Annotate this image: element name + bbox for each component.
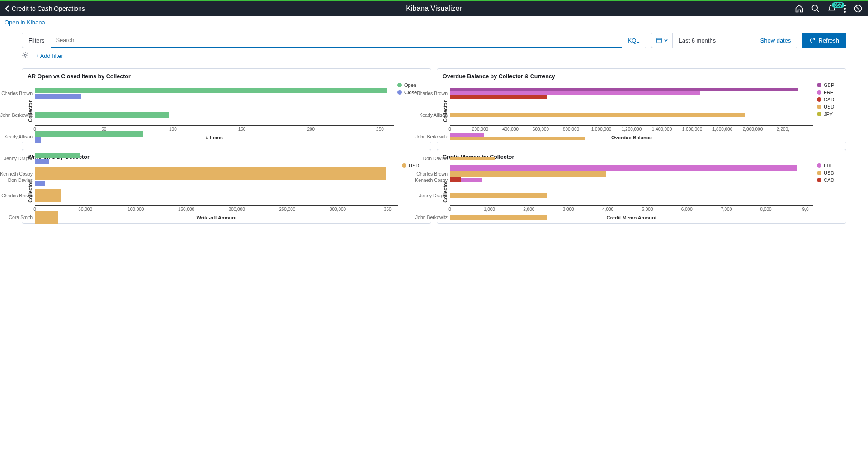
x-tick: 1,000 [484, 207, 495, 212]
legend-item[interactable]: Open [397, 82, 425, 88]
legend-item[interactable]: CAD [817, 97, 840, 102]
x-tick: 1,600,000 [682, 127, 703, 132]
block-icon[interactable] [854, 4, 863, 13]
chart-bar[interactable] [450, 95, 547, 99]
back-button[interactable]: Credit to Cash Operations [5, 5, 85, 12]
legend-swatch [402, 163, 406, 168]
svg-rect-5 [656, 38, 661, 43]
add-filter-row: + Add filter [0, 52, 868, 65]
x-tick: 2,000 [523, 207, 534, 212]
legend-swatch [817, 105, 821, 109]
x-tick: 2,200, [777, 127, 789, 132]
x-tick: 50 [101, 127, 106, 132]
legend-item[interactable]: CAD [817, 177, 840, 183]
subheader: Open in Kibana [0, 16, 868, 29]
x-tick: 1,200,000 [622, 127, 642, 132]
search-icon[interactable] [811, 4, 820, 13]
chart-bar[interactable] [35, 233, 40, 233]
chart-bar[interactable] [450, 157, 495, 160]
chart-bar[interactable] [450, 113, 745, 117]
category-label: Don Davies [423, 156, 450, 161]
category-label: Charles Brown [416, 171, 450, 177]
x-tick: 3,000 [563, 207, 574, 212]
legend-item[interactable]: USD [402, 163, 425, 168]
x-tick: 100,000 [127, 207, 144, 212]
chart-bar[interactable] [450, 177, 461, 182]
x-tick: 200,000 [229, 207, 245, 212]
panel-ar-title: AR Open vs Closed Items by Collector [28, 73, 425, 80]
svg-point-0 [812, 5, 818, 11]
chart-bar[interactable] [450, 215, 547, 220]
panel-overdue: Overdue Balance by Collector & Currency … [437, 68, 846, 143]
panel-ar-xaxis: 050100150200250 [35, 127, 394, 134]
x-tick: 2,000,000 [743, 127, 763, 132]
filters-label: Filters [22, 33, 51, 48]
search-input[interactable] [51, 33, 621, 48]
chart-bar[interactable] [450, 91, 700, 95]
chart-bar[interactable] [35, 112, 169, 118]
chart-bar[interactable] [450, 193, 547, 198]
legend-item[interactable]: FRF [817, 90, 840, 95]
chart-bar[interactable] [35, 189, 61, 202]
x-tick: 250,000 [279, 207, 295, 212]
legend-swatch [817, 90, 821, 95]
chart-bar[interactable] [450, 171, 606, 177]
legend-swatch [817, 163, 821, 168]
kql-toggle[interactable]: KQL [622, 33, 646, 48]
refresh-label: Refresh [818, 37, 839, 44]
chart-bar[interactable] [35, 137, 41, 143]
category-label: Charles Brown [1, 91, 35, 96]
more-icon[interactable] [844, 4, 846, 13]
x-tick: 150,000 [178, 207, 194, 212]
app-header: Credit to Cash Operations Kibana Visuali… [0, 0, 868, 16]
notifications-badge: 357 [832, 2, 844, 8]
calendar-button[interactable] [651, 33, 673, 48]
legend-swatch [817, 83, 821, 87]
category-label: John Berkowitz [0, 112, 35, 118]
chart-bar[interactable] [450, 88, 798, 91]
show-dates-link[interactable]: Show dates [754, 37, 797, 44]
notifications-icon[interactable]: 357 [827, 4, 836, 13]
legend-item[interactable]: FRF [817, 163, 840, 168]
x-tick: 1,000,000 [591, 127, 612, 132]
chart-bar[interactable] [35, 153, 80, 158]
legend-swatch [817, 112, 821, 116]
filter-settings-button[interactable] [22, 52, 29, 60]
x-tick: 50,000 [78, 207, 92, 212]
home-icon[interactable] [795, 4, 804, 13]
x-tick: 5,000 [642, 207, 653, 212]
legend-item[interactable]: USD [817, 170, 840, 176]
panel-credit-plot: Charles BrownJenny DraperJohn BerkowitzD… [450, 163, 813, 206]
chevron-left-icon [5, 5, 9, 12]
chart-bar[interactable] [35, 167, 386, 180]
x-tick: 400,000 [502, 127, 519, 132]
refresh-button[interactable]: Refresh [802, 33, 846, 48]
svg-point-1 [844, 5, 846, 6]
x-tick: 1,400,000 [652, 127, 672, 132]
chart-bar[interactable] [450, 137, 585, 141]
back-label: Credit to Cash Operations [12, 5, 85, 12]
x-tick: 8,000 [760, 207, 772, 212]
category-label: Keady,Allison [4, 134, 35, 139]
chart-bar[interactable] [35, 88, 387, 93]
date-range[interactable]: Last 6 months [673, 37, 754, 44]
gear-icon [22, 52, 29, 59]
refresh-icon [809, 37, 816, 43]
panel-writeoff-xaxis: 050,000100,000150,000200,000250,000300,0… [35, 207, 398, 214]
legend-item[interactable]: GBP [817, 82, 840, 88]
dashboard-grid: AR Open vs Closed Items by Collector Col… [0, 65, 868, 233]
chart-bar[interactable] [35, 94, 81, 99]
category-label: Jenny Draper [419, 193, 450, 198]
open-in-kibana-link[interactable]: Open in Kibana [5, 19, 45, 26]
legend-item[interactable]: USD [817, 104, 840, 110]
legend-item[interactable]: JPY [817, 111, 840, 117]
legend-swatch [397, 83, 402, 87]
x-tick: 200,000 [472, 127, 488, 132]
calendar-icon [656, 37, 662, 43]
x-tick: 1,800,000 [712, 127, 733, 132]
panel-overdue-title: Overdue Balance by Collector & Currency [443, 73, 840, 80]
svg-point-6 [24, 54, 26, 56]
chart-bar[interactable] [450, 165, 797, 171]
add-filter-link[interactable]: + Add filter [35, 52, 63, 59]
x-tick: 0 [33, 127, 36, 132]
